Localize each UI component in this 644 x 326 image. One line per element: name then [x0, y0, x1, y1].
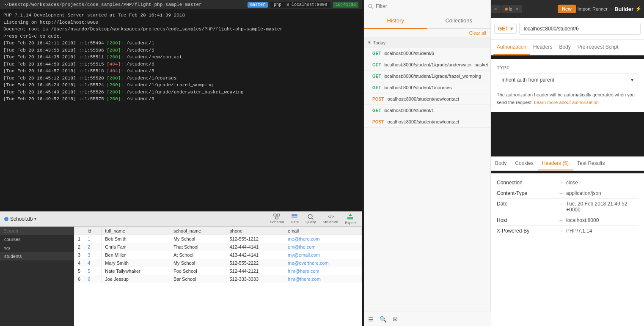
- detail-tab-headers[interactable]: Headers: [530, 40, 556, 55]
- cell-id: 3: [84, 251, 102, 259]
- postman-tab-4[interactable]: lo✕: [501, 5, 522, 13]
- header-key: Content-Type: [497, 190, 556, 196]
- tab-history[interactable]: History: [364, 13, 427, 29]
- header-arrow: →: [559, 201, 564, 207]
- table-row[interactable]: 2 2 Chris Farr That School 412-444-4141 …: [74, 243, 362, 251]
- cell-phone: 512-555-1212: [226, 235, 284, 243]
- db-icon: [4, 217, 8, 221]
- db-export-btn[interactable]: Export: [343, 212, 358, 226]
- svg-rect-4: [292, 216, 297, 218]
- url-bar: GET ▾: [491, 18, 644, 40]
- history-item[interactable]: GETlocalhost:8000/student/6: [364, 48, 490, 59]
- db-title-text: School.db: [10, 216, 33, 222]
- db-schema-btn[interactable]: Schema: [268, 213, 286, 225]
- cell-fullname: Bob Smith: [102, 235, 170, 243]
- runner-button[interactable]: Runner: [592, 6, 608, 11]
- cell-school: Foo School: [170, 267, 226, 275]
- svg-point-10: [369, 4, 372, 8]
- cell-school: At School: [170, 251, 226, 259]
- type-value: Inherit auth from parent: [501, 77, 554, 83]
- response-tab-headers--5-[interactable]: Headers (5): [538, 157, 573, 170]
- row-num: 1: [74, 235, 84, 243]
- response-tab-cookies[interactable]: Cookies: [511, 157, 537, 170]
- col-rownum: [74, 227, 84, 235]
- terminal-path: ~/Desktop/workspaces/projects/code_sampl…: [3, 2, 245, 7]
- history-item[interactable]: GETlocalhost:8000/student/1/grade/frazel…: [364, 71, 490, 82]
- history-item[interactable]: GETlocalhost:8000/student/1: [364, 105, 490, 116]
- detail-tab-authorization[interactable]: Authorization: [493, 40, 530, 55]
- filter-input[interactable]: [376, 3, 486, 9]
- sidebar-icon-1[interactable]: ☰: [368, 316, 374, 323]
- postman-sidebar: History Collections Clear all ▾ Today GE…: [364, 0, 491, 326]
- db-structure-btn[interactable]: </> Structure: [321, 213, 340, 225]
- cell-fullname: Joe Jessup: [102, 275, 170, 283]
- header-row-x_powered_by: X-Powered-By → PHP/7.1.14: [497, 226, 638, 236]
- cell-fullname: Ben Miller: [102, 251, 170, 259]
- url-input[interactable]: [519, 23, 641, 35]
- detail-tab-body[interactable]: Body: [556, 40, 574, 55]
- db-data-btn[interactable]: Data: [289, 213, 300, 225]
- clear-all-button[interactable]: Clear all: [364, 29, 490, 37]
- cell-school: That School: [170, 243, 226, 251]
- header-row-content_type: Content-Type → application/json: [497, 188, 638, 199]
- cell-email: em@the.com: [284, 243, 362, 251]
- svg-rect-1: [277, 214, 280, 216]
- response-tab-body[interactable]: Body: [491, 157, 511, 170]
- header-value: localhost:8000: [566, 217, 599, 223]
- import-button[interactable]: Import: [578, 6, 591, 11]
- db-nav-ws[interactable]: ws: [0, 244, 74, 252]
- svg-rect-2: [275, 217, 278, 219]
- method-select[interactable]: GET ▾: [494, 24, 517, 34]
- sidebar-icon-3[interactable]: ✉: [393, 316, 398, 323]
- header-row-date: Date → Tue, 20 Feb 2018 21:49:52 +0000: [497, 199, 638, 215]
- type-label: TYPE: [497, 65, 638, 70]
- history-item[interactable]: POSTlocalhost:8000/student/new/contact: [364, 93, 490, 105]
- response-tab-test-results[interactable]: Test Results: [573, 157, 609, 170]
- db-nav-students[interactable]: students: [0, 252, 74, 260]
- db-nav-courses[interactable]: courses: [0, 235, 74, 244]
- new-button[interactable]: New: [558, 5, 576, 13]
- table-row[interactable]: 5 5 Nate Tallywhaker Foo School 512-444-…: [74, 267, 362, 275]
- db-search-input[interactable]: [0, 227, 74, 235]
- auth-learn-more-link[interactable]: Learn more about authorization: [534, 100, 599, 105]
- db-query-btn[interactable]: Query: [304, 213, 318, 225]
- cell-id: 5: [84, 267, 102, 275]
- cell-email: him@here.com: [284, 267, 362, 275]
- table-row[interactable]: 1 1 Bob Smith My School 512-555-1212 me@…: [74, 235, 362, 243]
- builder-button[interactable]: Builder: [614, 6, 633, 12]
- detail-tabs: AuthorizationHeadersBodyPre-request Scri…: [491, 40, 644, 55]
- table-row[interactable]: 3 3 Ben Miller At School 413-442-4141 my…: [74, 251, 362, 259]
- cell-phone: 512-555-2222: [226, 259, 284, 267]
- header-key: X-Powered-By: [497, 228, 556, 234]
- type-select[interactable]: Inherit auth from parent ▾: [497, 74, 638, 86]
- header-value: application/json: [566, 190, 601, 196]
- cell-school: Bar School: [170, 275, 226, 283]
- header-arrow: →: [559, 217, 564, 223]
- terminal-branch: master: [248, 2, 268, 8]
- tab-collections[interactable]: Collections: [427, 13, 491, 28]
- detail-tab-pre-request-script[interactable]: Pre-request Script: [574, 40, 622, 55]
- header-key: Date: [497, 201, 556, 207]
- header-arrow: →: [559, 228, 564, 234]
- header-key: Host: [497, 217, 556, 223]
- header-row-connection: Connection → close: [497, 178, 638, 188]
- cell-email: my@email.com: [284, 251, 362, 259]
- section-title: Today: [373, 40, 385, 45]
- history-item[interactable]: POSTlocalhost:8000/student/new/contact: [364, 116, 490, 128]
- svg-rect-3: [292, 214, 297, 216]
- history-section-header: ▾ Today: [364, 37, 490, 48]
- row-num: 4: [74, 259, 84, 267]
- row-num: 6: [74, 275, 84, 283]
- cell-email: me@overthere.com: [284, 259, 362, 267]
- sidebar-icon-2[interactable]: 🔍: [380, 316, 387, 323]
- header-row-host: Host → localhost:8000: [497, 215, 638, 226]
- sidebar-bottom-bar: ☰ 🔍 ✉: [364, 312, 491, 326]
- table-row[interactable]: 4 4 Mary Smith My School 512-555-2222 me…: [74, 259, 362, 267]
- header-key: Connection: [497, 180, 556, 186]
- history-item[interactable]: GETlocalhost:8000/student/1/courses: [364, 82, 490, 93]
- history-item[interactable]: GETlocalhost:8000/student/1/grade/underw…: [364, 59, 490, 71]
- search-icon: [368, 4, 373, 9]
- method-chevron-icon: ▾: [510, 26, 513, 32]
- cell-id: 6: [84, 275, 102, 283]
- table-row[interactable]: 6 6 Joe Jessup Bar School 512-333-3333 h…: [74, 275, 362, 283]
